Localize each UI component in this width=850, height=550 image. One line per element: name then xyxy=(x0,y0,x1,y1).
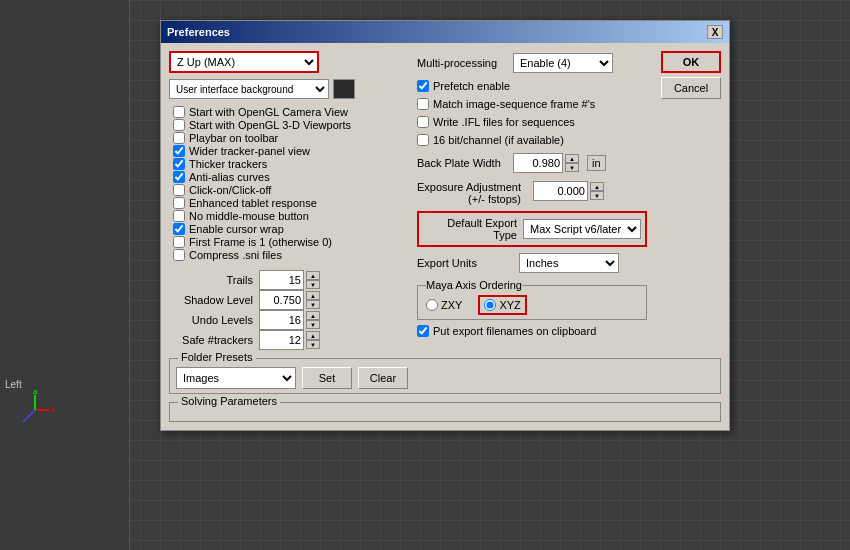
svg-text:a: a xyxy=(33,390,38,396)
write-ifl-label: Write .IFL files for sequences xyxy=(433,116,575,128)
match-image-label: Match image-sequence frame #'s xyxy=(433,98,595,110)
back-plate-down-button[interactable]: ▼ xyxy=(565,163,579,172)
multiprocessing-select[interactable]: Enable (4) xyxy=(513,53,613,73)
click-on-off-label: Click-on/Click-off xyxy=(189,184,271,196)
cancel-button[interactable]: Cancel xyxy=(661,77,721,99)
opengl-3d-checkbox[interactable] xyxy=(173,119,185,131)
coordinate-system-select[interactable]: Z Up (MAX) xyxy=(169,51,319,73)
compress-sni-checkbox[interactable] xyxy=(173,249,185,261)
ui-background-select[interactable]: User interface background xyxy=(169,79,329,99)
undo-levels-up-button[interactable]: ▲ xyxy=(306,311,320,320)
shadow-level-up-button[interactable]: ▲ xyxy=(306,291,320,300)
folder-presets-label: Folder Presets xyxy=(178,351,256,363)
trails-spinner-buttons: ▲ ▼ xyxy=(306,271,320,289)
safe-trackers-spinner: ▲ ▼ xyxy=(259,330,320,350)
safe-trackers-input[interactable] xyxy=(259,330,304,350)
click-on-off-checkbox[interactable] xyxy=(173,184,185,196)
exposure-spinner: ▲ ▼ xyxy=(533,181,604,201)
multiprocessing-label: Multi-processing xyxy=(417,57,507,69)
back-plate-label: Back Plate Width xyxy=(417,157,507,169)
trails-up-button[interactable]: ▲ xyxy=(306,271,320,280)
back-plate-input[interactable] xyxy=(513,153,563,173)
set-button[interactable]: Set xyxy=(302,367,352,389)
default-export-select[interactable]: Max Script v6/later Max Script v5 xyxy=(523,219,641,239)
back-plate-up-button[interactable]: ▲ xyxy=(565,154,579,163)
left-panel-label: Left xyxy=(5,379,22,390)
xyz-radio[interactable] xyxy=(484,299,496,311)
shadow-level-down-button[interactable]: ▼ xyxy=(306,300,320,309)
params-list: Trails ▲ ▼ Shadow Level xyxy=(169,270,409,350)
wider-tracker-label: Wider tracker-panel view xyxy=(189,145,310,157)
solving-parameters-label: Solving Parameters xyxy=(178,395,280,407)
enhanced-tablet-label: Enhanced tablet response xyxy=(189,197,317,209)
export-units-row: Export Units Inches Centimeters xyxy=(417,253,647,273)
solving-parameters-content xyxy=(176,407,714,417)
solving-parameters-section: Solving Parameters xyxy=(169,402,721,422)
bit16-label: 16 bit/channel (if available) xyxy=(433,134,564,146)
folder-presets-select[interactable]: Images Footage Output xyxy=(176,367,296,389)
checkbox-row: No middle-mouse button xyxy=(169,210,409,222)
shadow-level-input[interactable] xyxy=(259,290,304,310)
playbar-label: Playbar on toolbar xyxy=(189,132,278,144)
exposure-row: Exposure Adjustment (+/- fstops) ▲ ▼ xyxy=(417,181,647,205)
left-section: Z Up (MAX) User interface background Sta… xyxy=(169,51,409,350)
exposure-down-button[interactable]: ▼ xyxy=(590,191,604,200)
checkbox-row: Enable cursor wrap xyxy=(169,223,409,235)
bit16-checkbox[interactable] xyxy=(417,134,429,146)
export-units-select[interactable]: Inches Centimeters xyxy=(519,253,619,273)
svg-text:x: x xyxy=(51,405,55,414)
cursor-wrap-checkbox[interactable] xyxy=(173,223,185,235)
checkbox-row: Click-on/Click-off xyxy=(169,184,409,196)
clear-button[interactable]: Clear xyxy=(358,367,408,389)
enhanced-tablet-checkbox[interactable] xyxy=(173,197,185,209)
xyz-label: XYZ xyxy=(499,299,520,311)
undo-levels-spinner: ▲ ▼ xyxy=(259,310,320,330)
ok-button[interactable]: OK xyxy=(661,51,721,73)
color-swatch[interactable] xyxy=(333,79,355,99)
checkbox-row: Start with OpenGL Camera View xyxy=(169,106,409,118)
trails-down-button[interactable]: ▼ xyxy=(306,280,320,289)
undo-levels-spinner-buttons: ▲ ▼ xyxy=(306,311,320,329)
shadow-level-spinner-buttons: ▲ ▼ xyxy=(306,291,320,309)
exposure-input[interactable] xyxy=(533,181,588,201)
compress-sni-label: Compress .sni files xyxy=(189,249,282,261)
maya-axis-fieldset: Maya Axis Ordering ZXY XYZ xyxy=(417,279,647,320)
wider-tracker-checkbox[interactable] xyxy=(173,145,185,157)
prefetch-checkbox[interactable] xyxy=(417,80,429,92)
trails-spinner: ▲ ▼ xyxy=(259,270,320,290)
maya-axis-legend: Maya Axis Ordering xyxy=(426,279,522,291)
match-image-checkbox[interactable] xyxy=(417,98,429,110)
prefetch-label: Prefetch enable xyxy=(433,80,510,92)
undo-levels-input[interactable] xyxy=(259,310,304,330)
write-ifl-row: Write .IFL files for sequences xyxy=(417,116,647,128)
anti-alias-checkbox[interactable] xyxy=(173,171,185,183)
put-export-checkbox[interactable] xyxy=(417,325,429,337)
zxy-radio[interactable] xyxy=(426,299,438,311)
exposure-label: Exposure Adjustment xyxy=(417,181,521,193)
thicker-trackers-checkbox[interactable] xyxy=(173,158,185,170)
zxy-label: ZXY xyxy=(441,299,462,311)
checkbox-row: Compress .sni files xyxy=(169,249,409,261)
shadow-level-row: Shadow Level ▲ ▼ xyxy=(169,290,409,310)
first-frame-checkbox[interactable] xyxy=(173,236,185,248)
write-ifl-checkbox[interactable] xyxy=(417,116,429,128)
trails-label: Trails xyxy=(173,274,253,286)
exposure-up-button[interactable]: ▲ xyxy=(590,182,604,191)
no-middle-mouse-checkbox[interactable] xyxy=(173,210,185,222)
checkboxes-list: Start with OpenGL Camera View Start with… xyxy=(169,105,409,262)
left-panel: x a Left xyxy=(0,0,130,550)
checkbox-row: Anti-alias curves xyxy=(169,171,409,183)
safe-trackers-up-button[interactable]: ▲ xyxy=(306,331,320,340)
bit16-row: 16 bit/channel (if available) xyxy=(417,134,647,146)
trails-input[interactable] xyxy=(259,270,304,290)
undo-levels-down-button[interactable]: ▼ xyxy=(306,320,320,329)
playbar-checkbox[interactable] xyxy=(173,132,185,144)
cursor-wrap-label: Enable cursor wrap xyxy=(189,223,284,235)
opengl-cam-checkbox[interactable] xyxy=(173,106,185,118)
safe-trackers-down-button[interactable]: ▼ xyxy=(306,340,320,349)
back-plate-spinner-buttons: ▲ ▼ xyxy=(565,154,579,172)
dialog-close-button[interactable]: X xyxy=(707,25,723,39)
back-plate-unit: in xyxy=(587,155,606,171)
folder-presets-content: Images Footage Output Set Clear xyxy=(176,367,714,389)
checkbox-row: Wider tracker-panel view xyxy=(169,145,409,157)
